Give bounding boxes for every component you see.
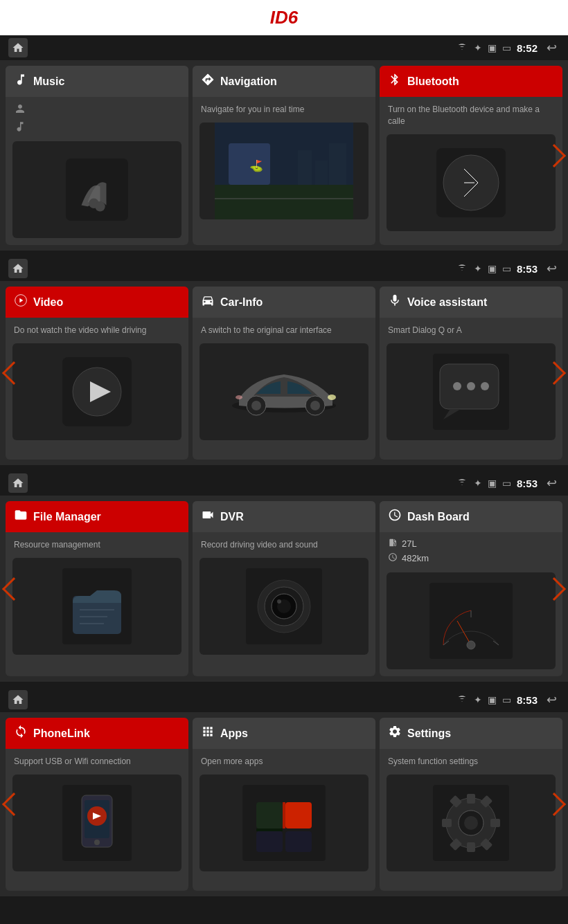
cards-grid-4: PhoneLink Support USB or Wifi connection — [0, 712, 568, 896]
back-button-1[interactable]: ↩ — [543, 39, 560, 56]
card-carinfo[interactable]: Car-Info A switch to the original car in… — [193, 287, 375, 460]
svg-rect-65 — [467, 794, 475, 804]
phonelink-header-icon — [14, 725, 28, 742]
back-button-3[interactable]: ↩ — [543, 475, 560, 491]
svg-rect-57 — [256, 802, 283, 828]
app-title: ID6 — [270, 7, 298, 28]
nav-arrow-right-3[interactable] — [540, 568, 568, 610]
wifi-icon-2 — [456, 263, 468, 275]
bluetooth-icon-4: ✦ — [474, 694, 482, 705]
card-apps[interactable]: Apps Open more apps — [193, 718, 375, 891]
apps-title: Apps — [220, 727, 248, 740]
screen-icon-3: ▭ — [502, 478, 511, 489]
dashboard-header-icon — [388, 508, 402, 525]
card-header-voice: Voice assistant — [380, 287, 562, 318]
phonelink-desc: Support USB or Wifi connection — [6, 749, 188, 774]
card-dashboard[interactable]: Dash Board 27L 482km — [380, 501, 562, 676]
filemanager-desc: Resource management — [6, 532, 188, 558]
card-video[interactable]: Video Do not watch the video while drivi… — [6, 287, 188, 460]
nav-arrow-right-2[interactable] — [540, 352, 568, 394]
cards-grid-2: Video Do not watch the video while drivi… — [0, 281, 568, 465]
nav-arrow-left-4[interactable] — [0, 783, 28, 825]
fuel-value: 27L — [402, 538, 417, 549]
back-button-2[interactable]: ↩ — [543, 260, 560, 277]
cards-grid-3: File Manager Resource management — [0, 496, 568, 682]
bluetooth-title: Bluetooth — [407, 75, 459, 88]
svg-text:⛳: ⛳ — [249, 159, 263, 172]
nav-arrow-left-3[interactable] — [0, 568, 28, 610]
settings-desc: System function settings — [380, 749, 562, 774]
apps-header-icon — [201, 725, 215, 742]
video-header-icon — [14, 293, 28, 311]
home-button-1[interactable] — [8, 38, 28, 57]
svg-rect-58 — [285, 802, 312, 828]
section-content-3: File Manager Resource management — [0, 496, 568, 682]
section-content-1: Music — [0, 60, 568, 251]
music-header-icon — [14, 73, 28, 90]
carinfo-desc: A switch to the original car interface — [193, 318, 375, 343]
status-bar-2: ✦ ▣ ▭ 8:53 ↩ — [0, 256, 568, 281]
dvr-title: DVR — [220, 511, 244, 523]
card-header-settings: Settings — [380, 718, 562, 749]
nav-arrow-right-1[interactable] — [540, 135, 568, 176]
voice-title: Voice assistant — [407, 296, 487, 309]
settings-header-icon — [388, 725, 402, 742]
svg-point-2 — [95, 201, 105, 211]
dashboard-image — [387, 572, 556, 669]
screen-icon-4: ▭ — [502, 694, 511, 705]
home-button-4[interactable] — [8, 690, 28, 709]
video-desc: Do not watch the video while driving — [6, 318, 188, 343]
card-navigation[interactable]: Navigation Navigate for you in real time — [193, 66, 375, 245]
svg-rect-59 — [256, 831, 283, 852]
music-image — [12, 141, 181, 238]
card-phonelink[interactable]: PhoneLink Support USB or Wifi connection — [6, 718, 188, 891]
card-header-dvr: DVR — [193, 501, 375, 532]
card-music[interactable]: Music — [6, 66, 188, 245]
dist-icon — [388, 552, 398, 564]
section-4: ✦ ▣ ▭ 8:53 ↩ PhoneLink Support USB or Wi… — [0, 687, 568, 896]
card-header-dashboard: Dash Board — [380, 501, 562, 532]
home-button-3[interactable] — [8, 473, 28, 493]
apps-desc: Open more apps — [193, 749, 375, 774]
card-header-video: Video — [6, 287, 188, 318]
time-1: 8:52 — [517, 42, 538, 54]
music-sub-icons — [6, 97, 188, 141]
note-icon — [14, 120, 180, 136]
svg-rect-66 — [467, 842, 475, 852]
person-icon — [14, 102, 180, 118]
status-icons-1: ✦ ▣ ▭ 8:52 ↩ — [456, 39, 560, 56]
card-voice[interactable]: Voice assistant Smart Dialog Q or A — [380, 287, 562, 460]
status-icons-3: ✦ ▣ ▭ 8:53 ↩ — [456, 475, 560, 491]
carinfo-header-icon — [201, 293, 215, 311]
card-filemanager[interactable]: File Manager Resource management — [6, 501, 188, 676]
filemanager-image — [12, 558, 181, 655]
dashboard-stats: 27L 482km — [380, 532, 562, 572]
back-button-4[interactable]: ↩ — [543, 691, 560, 708]
bluetooth-icon-2: ✦ — [474, 263, 482, 274]
navigation-image: ⛳ — [199, 123, 369, 219]
section-3: ✦ ▣ ▭ 8:53 ↩ File Manager Resource manag… — [0, 471, 568, 682]
card-bluetooth[interactable]: Bluetooth Turn on the Bluetooth device a… — [380, 66, 562, 245]
svg-point-32 — [467, 382, 475, 390]
battery-status-3: ▣ — [488, 478, 497, 489]
wifi-icon-4 — [456, 694, 468, 706]
card-settings[interactable]: Settings System function settings — [380, 718, 562, 891]
card-header-music: Music — [6, 66, 188, 97]
phonelink-title: PhoneLink — [33, 727, 90, 740]
nav-arrow-left-2[interactable] — [0, 352, 28, 394]
svg-point-50 — [467, 641, 475, 649]
nav-arrow-right-4[interactable] — [540, 783, 568, 825]
settings-title: Settings — [407, 727, 451, 740]
svg-point-33 — [481, 382, 489, 390]
svg-point-54 — [94, 840, 100, 845]
time-4: 8:53 — [517, 694, 538, 706]
dist-value: 482km — [402, 553, 429, 563]
svg-rect-68 — [442, 819, 452, 827]
home-button-2[interactable] — [8, 259, 28, 278]
card-dvr[interactable]: DVR Record driving video and sound — [193, 501, 375, 676]
card-header-phonelink: PhoneLink — [6, 718, 188, 749]
svg-point-23 — [251, 401, 261, 410]
dvr-image — [199, 558, 369, 655]
svg-point-25 — [310, 401, 320, 410]
card-header-bluetooth: Bluetooth — [380, 66, 562, 97]
